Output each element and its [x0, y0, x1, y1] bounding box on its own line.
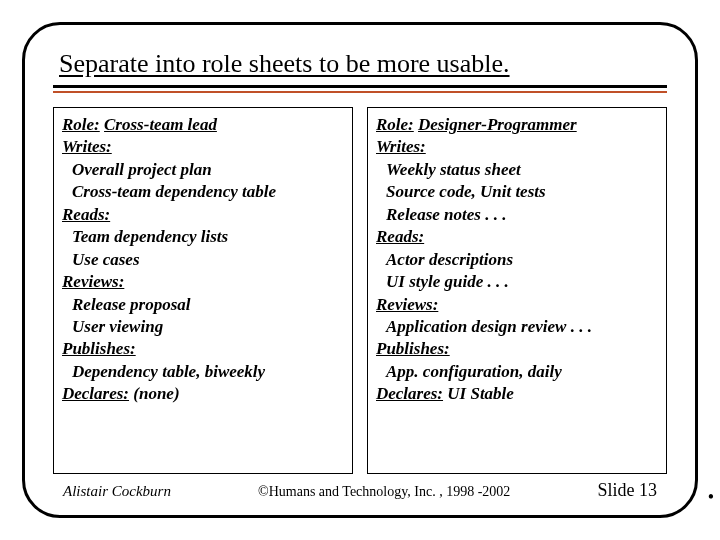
- reads-label: Reads:: [62, 204, 344, 226]
- declares-label: Declares:: [62, 384, 129, 403]
- reviews-item: Release proposal: [62, 294, 344, 316]
- writes-item: Release notes . . .: [376, 204, 658, 226]
- publishes-item: App. configuration, daily: [376, 361, 658, 383]
- publishes-label: Publishes:: [62, 338, 344, 360]
- role-columns: Role: Cross-team lead Writes: Overall pr…: [53, 107, 667, 474]
- writes-item: Overall project plan: [62, 159, 344, 181]
- role-box-right: Role: Designer-Programmer Writes: Weekly…: [367, 107, 667, 474]
- role-box-left: Role: Cross-team lead Writes: Overall pr…: [53, 107, 353, 474]
- reviews-label: Reviews:: [376, 294, 658, 316]
- reads-item: Actor descriptions: [376, 249, 658, 271]
- writes-label: Writes:: [62, 136, 344, 158]
- title-block: Separate into role sheets to be more usa…: [53, 49, 667, 88]
- accent-line: [53, 91, 667, 93]
- role-label: Role:: [376, 115, 414, 134]
- declares-value: UI Stable: [447, 384, 514, 403]
- footer-slide-number: Slide 13: [597, 480, 657, 501]
- role-name: Cross-team lead: [104, 115, 217, 134]
- reads-item: Use cases: [62, 249, 344, 271]
- writes-item: Weekly status sheet: [376, 159, 658, 181]
- writes-item: Source code, Unit tests: [376, 181, 658, 203]
- slide-title: Separate into role sheets to be more usa…: [59, 49, 510, 78]
- publishes-label: Publishes:: [376, 338, 658, 360]
- reviews-item: Application design review . . .: [376, 316, 658, 338]
- writes-label: Writes:: [376, 136, 658, 158]
- reviews-item: User viewing: [62, 316, 344, 338]
- footer-copyright: ©Humans and Technology, Inc. , 1998 -200…: [258, 484, 510, 500]
- writes-item: Cross-team dependency table: [62, 181, 344, 203]
- publishes-item: Dependency table, biweekly: [62, 361, 344, 383]
- slide-frame: Separate into role sheets to be more usa…: [22, 22, 698, 518]
- decorative-dot: •: [708, 487, 714, 508]
- reviews-label: Reviews:: [62, 271, 344, 293]
- reads-label: Reads:: [376, 226, 658, 248]
- footer-author: Alistair Cockburn: [63, 483, 171, 500]
- role-name: Designer-Programmer: [418, 115, 577, 134]
- reads-item: UI style guide . . .: [376, 271, 658, 293]
- declares-value: (none): [133, 384, 179, 403]
- role-label: Role:: [62, 115, 100, 134]
- declares-label: Declares:: [376, 384, 443, 403]
- footer: Alistair Cockburn ©Humans and Technology…: [53, 474, 667, 501]
- reads-item: Team dependency lists: [62, 226, 344, 248]
